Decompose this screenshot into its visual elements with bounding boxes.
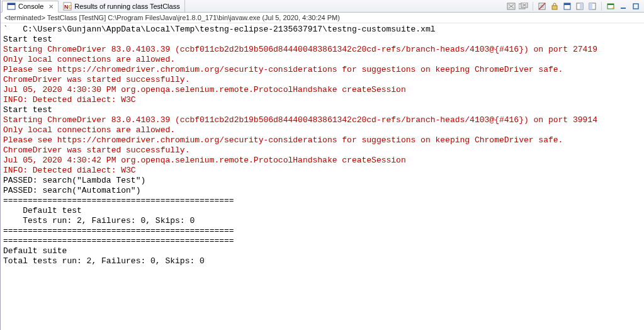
svg-text:NG: NG bbox=[64, 4, 72, 10]
svg-text:+: + bbox=[612, 5, 615, 11]
console-line: Only local connections are allowed. bbox=[3, 55, 641, 65]
remove-launch-icon[interactable] bbox=[506, 1, 517, 11]
svg-rect-26 bbox=[621, 8, 626, 9]
console-line: INFO: Detected dialect: W3C bbox=[3, 95, 641, 105]
console-line: ChromeDriver was started successfully. bbox=[3, 145, 641, 156]
console-line: ========================================… bbox=[3, 226, 641, 236]
scroll-lock-icon[interactable] bbox=[549, 1, 560, 11]
console-line: Only local connections are allowed. bbox=[3, 125, 641, 135]
display-selected-icon[interactable] bbox=[587, 1, 598, 11]
separator bbox=[601, 2, 602, 11]
console-line: Default test bbox=[3, 206, 641, 216]
console-line: Start test bbox=[3, 105, 641, 115]
pin-console-icon[interactable] bbox=[574, 1, 585, 11]
console-line: PASSED: search("Automation") bbox=[3, 186, 641, 196]
console-output[interactable]: ` C:\Users\Gunjann\AppData\Local\Temp\te… bbox=[1, 23, 644, 268]
console-line: Starting ChromeDriver 83.0.4103.39 (ccbf… bbox=[3, 115, 641, 125]
console-line: Total tests run: 2, Failures: 0, Skips: … bbox=[3, 256, 641, 266]
console-line: Starting ChromeDriver 83.0.4103.39 (ccbf… bbox=[3, 45, 641, 55]
launch-info: <terminated> TestClass [TestNG] C:\Progr… bbox=[1, 13, 644, 23]
console-line: Default suite bbox=[3, 246, 641, 256]
svg-rect-1 bbox=[8, 3, 15, 5]
maximize-icon[interactable] bbox=[630, 1, 641, 11]
console-line: ` C:\Users\Gunjann\AppData\Local\Temp\te… bbox=[3, 25, 641, 35]
remove-all-icon[interactable] bbox=[518, 1, 529, 11]
close-icon[interactable]: ✕ bbox=[48, 3, 54, 10]
svg-rect-22 bbox=[589, 3, 592, 9]
console-line: Jul 05, 2020 4:30:42 PM org.openqa.selen… bbox=[3, 156, 641, 166]
clear-console-icon[interactable] bbox=[536, 1, 548, 11]
console-line: Start test bbox=[3, 35, 641, 45]
svg-rect-27 bbox=[633, 4, 638, 9]
console-line: ChromeDriver was started successfully. bbox=[3, 75, 641, 85]
console-line: Please see https://chromedriver.chromium… bbox=[3, 65, 641, 75]
svg-rect-16 bbox=[552, 6, 557, 9]
svg-rect-18 bbox=[564, 3, 570, 5]
console-line: ========================================… bbox=[3, 236, 641, 246]
console-line: Tests run: 2, Failures: 0, Skips: 0 bbox=[3, 216, 641, 226]
svg-rect-20 bbox=[580, 3, 583, 9]
console-line: INFO: Detected dialect: W3C bbox=[3, 166, 641, 176]
console-icon bbox=[7, 2, 16, 11]
separator bbox=[533, 2, 533, 11]
word-wrap-icon[interactable] bbox=[562, 1, 573, 11]
console-line: PASSED: search("Lambda Test") bbox=[3, 176, 641, 186]
tab-console-label: Console bbox=[18, 3, 43, 10]
testng-icon: NG bbox=[63, 2, 72, 11]
tab-results-label: Results of running class TestClass bbox=[74, 3, 179, 10]
console-line: Jul 05, 2020 4:30:30 PM org.openqa.selen… bbox=[3, 85, 641, 95]
tab-console[interactable]: Console ✕ bbox=[2, 1, 59, 13]
tab-results[interactable]: NG Results of running class TestClass bbox=[59, 0, 184, 12]
console-toolbar: + bbox=[506, 1, 644, 11]
view-tabbar: Console ✕ NG Results of running class Te… bbox=[1, 0, 644, 13]
open-console-icon[interactable]: + bbox=[605, 1, 616, 11]
console-line: ========================================… bbox=[3, 196, 641, 206]
console-line: Please see https://chromedriver.chromium… bbox=[3, 135, 641, 145]
minimize-icon[interactable] bbox=[618, 1, 629, 11]
